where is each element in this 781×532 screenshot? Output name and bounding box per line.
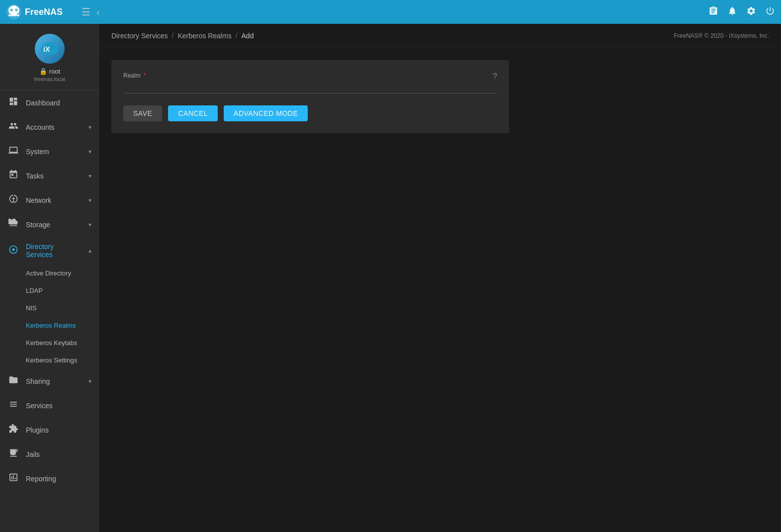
sidebar-item-reporting[interactable]: Reporting bbox=[0, 466, 99, 491]
realm-input[interactable] bbox=[123, 81, 497, 93]
required-star: * bbox=[144, 72, 146, 79]
breadcrumb: Directory Services / Kerberos Realms / A… bbox=[99, 24, 781, 48]
sidebar-item-label-storage: Storage bbox=[26, 221, 82, 229]
system-arrow-icon: ▾ bbox=[88, 148, 91, 155]
ix-logo: iX bbox=[40, 42, 60, 56]
sidebar-item-dashboard[interactable]: Dashboard bbox=[0, 90, 99, 115]
svg-text:FreeNAS: FreeNAS bbox=[25, 7, 63, 17]
realm-label: Realm * bbox=[123, 72, 497, 79]
sidebar-item-sharing[interactable]: Sharing ▾ bbox=[0, 369, 99, 393]
sidebar-item-network[interactable]: Network ▾ bbox=[0, 188, 99, 212]
sidebar-item-label-network: Network bbox=[26, 196, 82, 204]
main-content: Directory Services / Kerberos Realms / A… bbox=[99, 24, 781, 532]
sidebar-item-label-dashboard: Dashboard bbox=[26, 99, 91, 107]
cancel-button[interactable]: CANCEL bbox=[168, 105, 218, 121]
form-actions: SAVE CANCEL ADVANCED MODE bbox=[123, 105, 497, 121]
sidebar-sub-nis[interactable]: NIS bbox=[0, 299, 99, 317]
form-card: Realm * ? SAVE CANCEL ADVANCED MODE bbox=[111, 60, 509, 133]
ldap-label: LDAP bbox=[26, 287, 43, 294]
topbar-logo: FreeNAS bbox=[6, 4, 76, 20]
sidebar-item-label-system: System bbox=[26, 148, 82, 156]
plugins-icon bbox=[8, 424, 19, 436]
storage-arrow-icon: ▾ bbox=[88, 221, 91, 228]
dashboard-icon bbox=[8, 96, 19, 109]
accounts-icon bbox=[8, 121, 19, 133]
copyright: FreeNAS® © 2020 - iXsystems, Inc. bbox=[674, 32, 769, 39]
sidebar: iX 🔒 root freenas.local Dashboard Accoun… bbox=[0, 24, 99, 532]
accounts-arrow-icon: ▾ bbox=[88, 124, 91, 131]
settings-icon[interactable] bbox=[746, 6, 756, 18]
avatar: iX bbox=[35, 34, 65, 64]
sidebar-item-label-plugins: Plugins bbox=[26, 426, 91, 434]
sidebar-sub-kerberos-keytabs[interactable]: Kerberos Keytabs bbox=[0, 334, 99, 352]
sharing-arrow-icon: ▾ bbox=[88, 378, 91, 385]
realm-field: Realm * ? bbox=[123, 72, 497, 93]
sidebar-item-services[interactable]: Services bbox=[0, 393, 99, 418]
kerberos-keytabs-label: Kerberos Keytabs bbox=[26, 339, 77, 347]
tasks-icon bbox=[8, 170, 19, 182]
sidebar-item-directory-services[interactable]: Directory Services ▴ bbox=[0, 237, 99, 265]
topbar-icons bbox=[708, 6, 775, 18]
sidebar-sub-active-directory[interactable]: Active Directory bbox=[0, 265, 99, 282]
form-container: Realm * ? SAVE CANCEL ADVANCED MODE bbox=[99, 48, 781, 532]
directory-services-arrow-icon: ▴ bbox=[88, 247, 91, 254]
advanced-mode-button[interactable]: ADVANCED MODE bbox=[224, 105, 308, 121]
breadcrumb-directory-services[interactable]: Directory Services bbox=[111, 32, 168, 40]
reporting-icon bbox=[8, 472, 19, 485]
system-icon bbox=[8, 145, 19, 158]
freenas-logo: FreeNAS bbox=[6, 4, 76, 20]
lock-icon: 🔒 bbox=[39, 68, 47, 75]
sidebar-item-system[interactable]: System ▾ bbox=[0, 139, 99, 164]
breadcrumb-kerberos-realms[interactable]: Kerberos Realms bbox=[177, 32, 231, 40]
network-icon bbox=[8, 194, 19, 206]
user-host: freenas.local bbox=[34, 76, 65, 82]
help-icon[interactable]: ? bbox=[493, 72, 497, 81]
user-section: iX 🔒 root freenas.local bbox=[0, 24, 99, 90]
sidebar-item-label-jails: Jails bbox=[26, 450, 91, 458]
user-name-label: root bbox=[49, 68, 60, 75]
notification-icon[interactable] bbox=[727, 6, 737, 18]
user-name-container: 🔒 root bbox=[39, 68, 60, 75]
services-icon bbox=[8, 399, 19, 412]
sidebar-sub-kerberos-realms[interactable]: Kerberos Realms bbox=[0, 317, 99, 334]
sidebar-item-storage[interactable]: Storage ▾ bbox=[0, 212, 99, 237]
tasks-arrow-icon: ▾ bbox=[88, 173, 91, 179]
clipboard-icon[interactable] bbox=[708, 6, 718, 18]
svg-point-4 bbox=[11, 9, 12, 10]
breadcrumb-left: Directory Services / Kerberos Realms / A… bbox=[111, 32, 254, 40]
svg-point-9 bbox=[12, 248, 15, 251]
breadcrumb-sep-2: / bbox=[236, 32, 238, 40]
svg-text:iX: iX bbox=[43, 45, 50, 53]
network-arrow-icon: ▾ bbox=[88, 197, 91, 204]
sidebar-sub-ldap[interactable]: LDAP bbox=[0, 282, 99, 299]
kerberos-realms-label: Kerberos Realms bbox=[26, 322, 76, 329]
topbar-left: FreeNAS ☰ ‹ bbox=[6, 4, 100, 20]
sidebar-item-label-tasks: Tasks bbox=[26, 172, 82, 180]
save-button[interactable]: SAVE bbox=[123, 105, 162, 121]
topbar: FreeNAS ☰ ‹ bbox=[0, 0, 781, 24]
active-directory-label: Active Directory bbox=[26, 269, 71, 277]
sharing-icon bbox=[8, 375, 19, 387]
layout: iX 🔒 root freenas.local Dashboard Accoun… bbox=[0, 24, 781, 532]
svg-point-5 bbox=[16, 9, 17, 10]
sidebar-item-accounts[interactable]: Accounts ▾ bbox=[0, 115, 99, 139]
menu-icon[interactable]: ☰ bbox=[82, 6, 90, 18]
nis-label: NIS bbox=[26, 304, 37, 312]
storage-icon bbox=[8, 218, 19, 231]
sidebar-item-label-sharing: Sharing bbox=[26, 377, 82, 385]
realm-label-text: Realm bbox=[123, 72, 141, 79]
breadcrumb-add: Add bbox=[242, 32, 254, 40]
sidebar-item-jails[interactable]: Jails bbox=[0, 442, 99, 466]
sidebar-item-plugins[interactable]: Plugins bbox=[0, 418, 99, 442]
sidebar-item-label-accounts: Accounts bbox=[26, 123, 82, 131]
sidebar-item-label-services: Services bbox=[26, 402, 91, 410]
back-icon[interactable]: ‹ bbox=[96, 6, 100, 18]
breadcrumb-sep-1: / bbox=[172, 32, 174, 40]
sidebar-sub-kerberos-settings[interactable]: Kerberos Settings bbox=[0, 352, 99, 369]
power-icon[interactable] bbox=[765, 6, 775, 18]
sidebar-item-tasks[interactable]: Tasks ▾ bbox=[0, 164, 99, 188]
directory-services-icon bbox=[8, 245, 19, 257]
sidebar-item-label-reporting: Reporting bbox=[26, 475, 91, 483]
sidebar-item-label-directory-services: Directory Services bbox=[26, 243, 82, 259]
jails-icon bbox=[8, 448, 19, 460]
